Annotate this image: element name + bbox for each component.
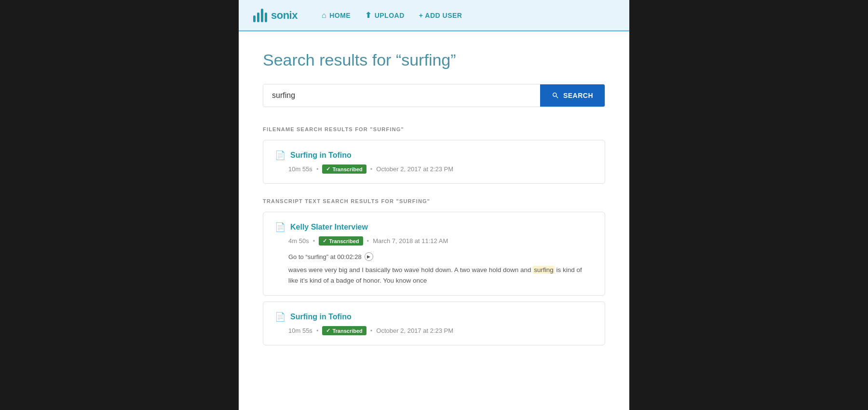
transcript-result-title-0[interactable]: Kelly Slater Interview	[290, 223, 368, 232]
excerpt-highlight-0: surfing	[533, 266, 555, 274]
logo[interactable]: sonix	[253, 9, 298, 22]
filename-transcribed-badge-0: ✓ Transcribed	[322, 164, 366, 174]
filename-result-duration-0: 10m 55s	[288, 165, 312, 173]
page-wrapper: sonix ⌂ HOME ⬆ UPLOAD + ADD USER Search …	[239, 0, 629, 410]
search-button-label: SEARCH	[563, 92, 593, 99]
transcript-result-card-0: 📄 Kelly Slater Interview 4m 50s • ✓ Tran…	[263, 212, 605, 296]
transcript-result-status-0: Transcribed	[329, 238, 359, 244]
dot-tr-3: •	[370, 327, 373, 334]
excerpt-text-0: waves were very big and I basically two …	[288, 265, 593, 286]
logo-text: sonix	[271, 9, 298, 22]
filename-result-title-0[interactable]: Surfing in Tofino	[290, 151, 352, 160]
transcript-excerpt-0: Go to “surfing” at 00:02:28 ▶ waves were…	[288, 252, 593, 286]
filename-result-card-0: 📄 Surfing in Tofino 10m 55s • ✓ Transcri…	[263, 140, 605, 184]
transcript-transcribed-badge-1: ✓ Transcribed	[322, 326, 366, 335]
dot-tr-0: •	[313, 237, 315, 245]
filename-result-header-0: 📄 Surfing in Tofino	[275, 150, 593, 161]
transcript-result-meta-1: 10m 55s • ✓ Transcribed • October 2, 201…	[288, 326, 593, 335]
dot-tr-2: •	[316, 327, 319, 334]
filename-result-meta-0: 10m 55s • ✓ Transcribed • October 2, 201…	[288, 164, 593, 174]
filename-results-section: FILENAME SEARCH RESULTS FOR "SURFING" 📄 …	[263, 126, 605, 184]
nav-upload-label: UPLOAD	[375, 12, 405, 19]
filename-result-status-0: Transcribed	[332, 166, 362, 172]
header: sonix ⌂ HOME ⬆ UPLOAD + ADD USER	[239, 0, 629, 31]
transcript-result-date-1: October 2, 2017 at 2:23 PM	[376, 327, 453, 334]
search-input[interactable]	[263, 84, 540, 107]
transcript-result-date-0: March 7, 2018 at 11:12 AM	[373, 237, 448, 245]
transcript-result-duration-1: 10m 55s	[288, 327, 312, 334]
dot-1: •	[370, 165, 373, 173]
transcript-result-title-1[interactable]: Surfing in Tofino	[290, 313, 352, 321]
dot-0: •	[316, 165, 319, 173]
logo-bar-3	[261, 9, 263, 22]
transcript-section-heading: TRANSCRIPT TEXT SEARCH RESULTS FOR "SURF…	[263, 198, 605, 204]
nav-add-user[interactable]: + ADD USER	[419, 12, 462, 19]
play-button-0[interactable]: ▶	[365, 252, 373, 261]
goto-link-0: Go to “surfing” at 00:02:28 ▶	[288, 252, 593, 261]
nav-home-label: HOME	[329, 12, 351, 19]
check-icon-tr-1: ✓	[326, 328, 330, 334]
dot-tr-1: •	[367, 237, 369, 245]
transcript-results-section: TRANSCRIPT TEXT SEARCH RESULTS FOR "SURF…	[263, 198, 605, 345]
check-icon-0: ✓	[326, 166, 330, 172]
search-button[interactable]: SEARCH	[540, 84, 605, 107]
logo-bars	[253, 9, 267, 22]
nav-home[interactable]: ⌂ HOME	[322, 11, 351, 20]
transcript-result-duration-0: 4m 50s	[288, 237, 309, 245]
nav-add-user-label: + ADD USER	[419, 12, 462, 19]
logo-bar-1	[253, 15, 256, 22]
nav: ⌂ HOME ⬆ UPLOAD + ADD USER	[322, 11, 462, 20]
page-title: Search results for “surfing”	[263, 51, 605, 69]
transcript-result-header-0: 📄 Kelly Slater Interview	[275, 222, 593, 232]
home-icon: ⌂	[322, 11, 326, 20]
transcript-result-status-1: Transcribed	[332, 328, 362, 334]
excerpt-before-0: waves were very big and I basically two …	[288, 266, 533, 273]
main-content: Search results for “surfing” SEARCH FILE…	[239, 31, 629, 370]
check-icon-tr-0: ✓	[323, 238, 327, 244]
transcript-transcribed-badge-0: ✓ Transcribed	[319, 236, 363, 246]
upload-icon: ⬆	[365, 11, 372, 20]
transcript-result-card-1: 📄 Surfing in Tofino 10m 55s • ✓ Transcri…	[263, 301, 605, 345]
file-icon-0: 📄	[275, 150, 285, 161]
filename-result-date-0: October 2, 2017 at 2:23 PM	[376, 165, 453, 173]
nav-upload[interactable]: ⬆ UPLOAD	[365, 11, 405, 20]
file-icon-transcript-0: 📄	[275, 222, 285, 232]
transcript-result-meta-0: 4m 50s • ✓ Transcribed • March 7, 2018 a…	[288, 236, 593, 246]
logo-bar-2	[257, 13, 259, 22]
transcript-result-header-1: 📄 Surfing in Tofino	[275, 312, 593, 322]
search-icon	[552, 92, 559, 99]
logo-bar-4	[265, 13, 267, 22]
file-icon-transcript-1: 📄	[275, 312, 285, 322]
search-bar: SEARCH	[263, 84, 605, 107]
goto-text-0: Go to “surfing” at 00:02:28	[288, 253, 362, 260]
filename-section-heading: FILENAME SEARCH RESULTS FOR "SURFING"	[263, 126, 605, 132]
